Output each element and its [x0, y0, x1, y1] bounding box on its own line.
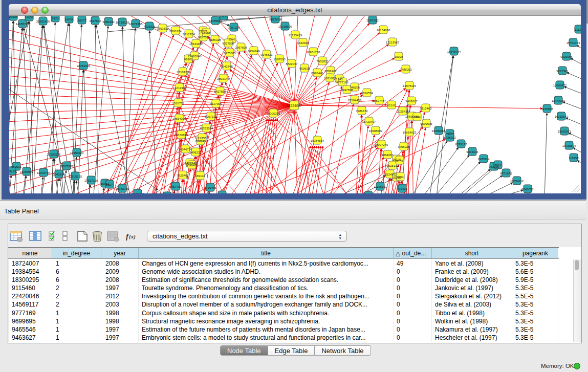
svg-text:98901: 98901: [184, 58, 193, 61]
svg-text:11156829: 11156829: [20, 170, 33, 173]
svg-text:7386372: 7386372: [356, 110, 368, 113]
svg-text:2718126: 2718126: [177, 71, 189, 74]
svg-text:2967608: 2967608: [235, 46, 247, 49]
svg-text:8454749: 8454749: [248, 50, 260, 53]
svg-text:19218506: 19218506: [278, 25, 292, 28]
svg-text:12093872: 12093872: [553, 84, 567, 87]
svg-text:3624554: 3624554: [361, 92, 373, 95]
svg-text:23975887: 23975887: [60, 165, 74, 168]
svg-text:1615132: 1615132: [386, 164, 399, 167]
svg-text:7625402: 7625402: [177, 174, 189, 177]
svg-text:39159: 39159: [9, 170, 16, 173]
svg-text:10928: 10928: [395, 55, 403, 58]
svg-text:8746: 8746: [396, 159, 403, 162]
svg-text:12975115: 12975115: [403, 84, 417, 87]
svg-text:963501: 963501: [11, 165, 22, 168]
svg-text:8427552: 8427552: [214, 90, 226, 93]
svg-text:7955822: 7955822: [316, 60, 329, 63]
svg-text:14055721: 14055721: [16, 23, 30, 26]
svg-text:5215958: 5215958: [541, 107, 553, 111]
svg-text:1527602: 1527602: [89, 19, 101, 23]
svg-text:116753: 116753: [569, 157, 579, 160]
svg-text:6793402: 6793402: [324, 70, 337, 73]
svg-text:19654925: 19654925: [172, 117, 186, 120]
svg-text:19654923: 19654923: [403, 131, 417, 134]
svg-text:9099459: 9099459: [186, 164, 198, 167]
svg-text:9657791: 9657791: [169, 185, 182, 188]
svg-text:9884067: 9884067: [381, 154, 394, 157]
svg-text:16154808: 16154808: [377, 29, 390, 32]
svg-text:11325419: 11325419: [289, 34, 302, 37]
svg-text:16210643: 16210643: [555, 115, 569, 118]
svg-text:1345194: 1345194: [53, 173, 65, 176]
svg-text:16832: 16832: [65, 18, 74, 21]
svg-text:10719155: 10719155: [116, 21, 129, 24]
svg-text:9146821: 9146821: [260, 53, 273, 56]
svg-text:8822037: 8822037: [286, 62, 298, 65]
svg-text:17957255: 17957255: [84, 179, 98, 182]
svg-text:9327508: 9327508: [222, 42, 234, 45]
svg-text:11923446: 11923446: [131, 192, 145, 194]
svg-text:2935114: 2935114: [478, 158, 490, 161]
svg-text:8938923: 8938923: [444, 136, 456, 139]
svg-text:12353594: 12353594: [200, 127, 213, 130]
svg-text:7485003: 7485003: [400, 68, 412, 71]
svg-text:9120: 9120: [52, 17, 59, 20]
svg-text:9117006: 9117006: [210, 102, 223, 105]
svg-text:8936446: 8936446: [311, 72, 323, 75]
svg-text:(x): (x): [129, 233, 136, 240]
svg-text:16058: 16058: [202, 31, 211, 34]
svg-text:17016504: 17016504: [562, 144, 576, 147]
svg-text:7663822: 7663822: [157, 27, 169, 30]
svg-text:9115460: 9115460: [420, 107, 432, 110]
svg-text:9474444: 9474444: [466, 150, 478, 154]
svg-text:11121: 11121: [575, 28, 581, 31]
svg-text:8107: 8107: [106, 183, 113, 186]
svg-text:1621022: 1621022: [324, 77, 336, 80]
svg-text:10507487: 10507487: [373, 99, 386, 102]
svg-text:15720407: 15720407: [362, 120, 376, 123]
svg-text:62160: 62160: [387, 104, 396, 107]
svg-text:7357224: 7357224: [228, 26, 240, 29]
svg-text:10688603: 10688603: [369, 129, 383, 133]
svg-text:12355: 12355: [198, 137, 207, 140]
svg-text:15751074: 15751074: [567, 41, 580, 45]
svg-text:9329966: 9329966: [560, 55, 573, 58]
svg-text:8813054: 8813054: [269, 18, 281, 21]
svg-text:10055809: 10055809: [209, 19, 223, 23]
svg-text:1546: 1546: [228, 38, 235, 41]
svg-text:940: 940: [447, 133, 453, 136]
svg-text:12444159: 12444159: [552, 99, 565, 102]
svg-text:6497568: 6497568: [341, 89, 353, 92]
svg-text:8921: 8921: [494, 164, 502, 167]
svg-text:9245652: 9245652: [521, 188, 534, 191]
svg-text:9699695: 9699695: [420, 122, 432, 125]
svg-text:23905: 23905: [9, 16, 18, 18]
svg-text:962615: 962615: [299, 67, 310, 70]
svg-text:18653: 18653: [25, 16, 34, 19]
svg-text:18724007: 18724007: [287, 104, 302, 107]
svg-text:18300295: 18300295: [267, 112, 280, 115]
svg-text:16648784: 16648784: [447, 50, 461, 53]
svg-text:16961758: 16961758: [307, 51, 320, 54]
svg-text:20691406: 20691406: [36, 20, 50, 23]
svg-text:982752: 982752: [198, 36, 209, 39]
svg-text:3375685: 3375685: [224, 52, 236, 55]
svg-text:1588520: 1588520: [273, 58, 286, 61]
svg-text:8186328: 8186328: [209, 38, 221, 41]
svg-text:11136141: 11136141: [374, 185, 387, 188]
svg-text:1440910: 1440910: [297, 41, 309, 45]
svg-text:16409954: 16409954: [432, 129, 446, 133]
svg-text:10654112: 10654112: [510, 180, 524, 183]
svg-text:887835: 887835: [195, 140, 206, 143]
svg-text:12505135: 12505135: [69, 175, 82, 178]
svg-text:8660124: 8660124: [169, 30, 182, 33]
svg-text:10977: 10977: [78, 19, 86, 22]
svg-text:20564436: 20564436: [348, 99, 362, 102]
svg-text:2803144: 2803144: [217, 77, 229, 80]
svg-text:19166829: 19166829: [175, 134, 188, 137]
svg-text:8267130: 8267130: [205, 115, 217, 118]
svg-text:6466160: 6466160: [102, 20, 115, 24]
svg-text:733426: 733426: [397, 187, 408, 190]
svg-text:17359924: 17359924: [70, 151, 84, 155]
